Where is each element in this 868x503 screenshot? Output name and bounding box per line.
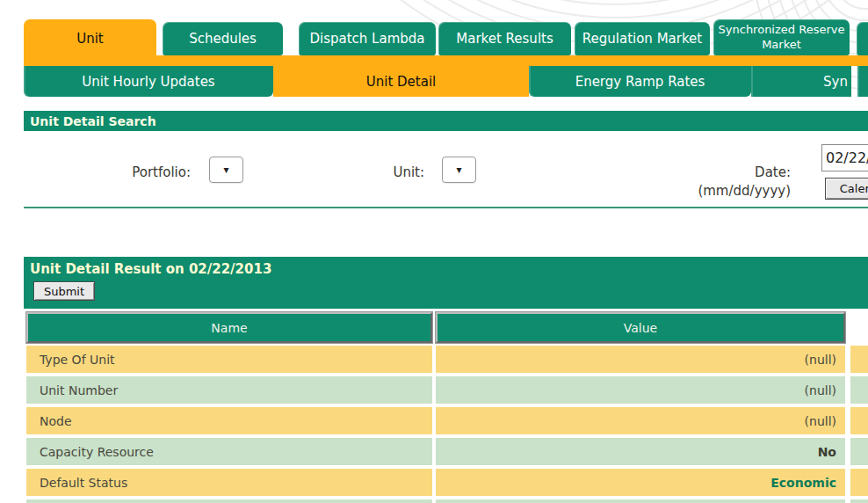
subtab-unit-hourly-updates-label: Unit Hourly Updates bbox=[82, 74, 214, 90]
unit-select[interactable]: ▾ bbox=[442, 157, 476, 183]
tab-schedules-label: Schedules bbox=[189, 31, 257, 47]
row-name-cell: Type Of Unit bbox=[26, 346, 432, 373]
row-name-cell: Default Status bbox=[26, 469, 432, 496]
subtab-unit-hourly-updates[interactable]: Unit Hourly Updates bbox=[24, 66, 273, 97]
portfolio-label: Portfolio: bbox=[85, 164, 191, 180]
tab-synchronized-reserve-market-label: Synchronized Reserve Market bbox=[713, 23, 850, 52]
subtab-energy-ramp-rates[interactable]: Energy Ramp Rates bbox=[529, 66, 751, 97]
section-divider bbox=[24, 207, 868, 208]
row-extra-cell bbox=[850, 376, 868, 404]
row-extra-cell bbox=[850, 469, 868, 496]
row-value-cell: Economic bbox=[436, 469, 845, 496]
tab-unit[interactable]: Unit bbox=[24, 19, 156, 66]
row-value-cell: (null) bbox=[436, 376, 845, 404]
tab-market-results-label: Market Results bbox=[456, 31, 553, 47]
unit-detail-result-header: Unit Detail Result on 02/22/2013 bbox=[24, 257, 868, 309]
unit-detail-result-title: Unit Detail Result on 02/22/2013 bbox=[24, 257, 868, 277]
row-name-cell: Unit Number bbox=[26, 376, 432, 404]
submit-button[interactable]: Submit bbox=[33, 281, 95, 301]
tab-market-results[interactable]: Market Results bbox=[438, 22, 571, 55]
row-extra-cell bbox=[850, 438, 868, 465]
tab-synchronized-reserve-market[interactable]: Synchronized Reserve Market bbox=[713, 19, 850, 55]
tab-schedules[interactable]: Schedules bbox=[163, 22, 283, 55]
subtab-partial-offscreen[interactable] bbox=[857, 66, 868, 97]
row-value-cell bbox=[436, 499, 845, 503]
unit-detail-search-title: Unit Detail Search bbox=[24, 114, 156, 128]
column-header-value-label: Value bbox=[624, 321, 657, 335]
column-header-name: Name bbox=[26, 312, 432, 343]
tab-dispatch-lambda[interactable]: Dispatch Lambda bbox=[299, 22, 436, 55]
tab-dispatch-lambda-label: Dispatch Lambda bbox=[309, 31, 424, 47]
subtab-unit-detail[interactable]: Unit Detail bbox=[273, 66, 529, 97]
chevron-down-icon: ▾ bbox=[456, 164, 461, 176]
date-format-label: (mm/dd/yyyy) bbox=[676, 183, 791, 199]
row-extra-cell bbox=[850, 407, 868, 434]
date-input[interactable] bbox=[821, 144, 868, 171]
row-name-cell: Capacity Resource bbox=[26, 438, 432, 465]
row-name-cell: Node bbox=[26, 407, 432, 434]
tab-regulation-market-label: Regulation Market bbox=[582, 31, 702, 47]
subtab-synchronized-partial[interactable]: Syn bbox=[751, 66, 851, 97]
subtab-synchronized-partial-label: Syn bbox=[823, 74, 848, 90]
unit-detail-search-header: Unit Detail Search bbox=[24, 111, 868, 131]
row-value-cell: (null) bbox=[436, 346, 845, 373]
row-extra-cell bbox=[850, 346, 868, 373]
portfolio-select[interactable]: ▾ bbox=[209, 157, 243, 183]
row-value-cell: (null) bbox=[436, 407, 845, 434]
row-value-cell: No bbox=[436, 438, 845, 465]
subtab-energy-ramp-rates-label: Energy Ramp Rates bbox=[575, 74, 705, 90]
tab-partial-offscreen[interactable] bbox=[857, 22, 868, 55]
column-header-name-label: Name bbox=[211, 321, 247, 335]
column-header-value: Value bbox=[436, 312, 845, 343]
subtab-unit-detail-label: Unit Detail bbox=[366, 74, 437, 90]
calendar-button[interactable]: Calendar bbox=[825, 178, 868, 200]
chevron-down-icon: ▾ bbox=[223, 164, 228, 176]
row-name-cell bbox=[26, 499, 432, 503]
date-label: Date: bbox=[676, 164, 791, 180]
tab-unit-label: Unit bbox=[76, 31, 104, 47]
unit-label: Unit: bbox=[354, 164, 424, 180]
tab-regulation-market[interactable]: Regulation Market bbox=[575, 22, 710, 55]
row-extra-cell bbox=[850, 499, 868, 503]
